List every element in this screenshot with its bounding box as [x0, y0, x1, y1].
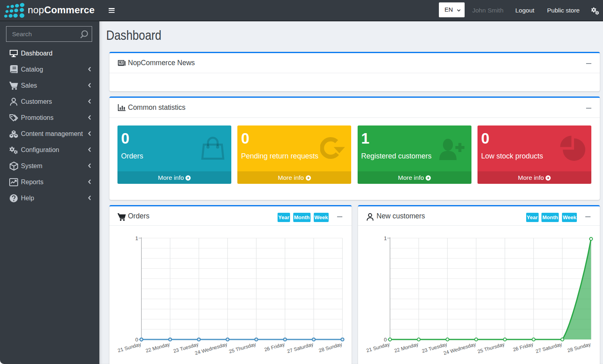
- svg-text:21 Sunday: 21 Sunday: [117, 341, 142, 354]
- svg-text:28 Sunday: 28 Sunday: [318, 341, 343, 354]
- svg-text:24 Wednesday: 24 Wednesday: [194, 341, 228, 356]
- svg-text:0: 0: [135, 337, 138, 343]
- svg-text:27 Saturday: 27 Saturday: [286, 341, 314, 354]
- svg-text:1: 1: [384, 235, 387, 241]
- svg-text:1: 1: [135, 235, 138, 241]
- svg-text:25 Thursday: 25 Thursday: [477, 341, 505, 355]
- svg-text:0: 0: [384, 337, 387, 343]
- svg-text:27 Saturday: 27 Saturday: [535, 341, 563, 354]
- svg-text:26 Friday: 26 Friday: [263, 341, 286, 353]
- svg-text:22 Monday: 22 Monday: [145, 341, 171, 354]
- svg-text:22 Monday: 22 Monday: [393, 341, 419, 354]
- svg-text:21 Sunday: 21 Sunday: [366, 341, 391, 354]
- svg-text:28 Sunday: 28 Sunday: [567, 341, 592, 354]
- svg-text:25 Thursday: 25 Thursday: [228, 341, 257, 355]
- svg-text:26 Friday: 26 Friday: [512, 341, 534, 353]
- svg-text:24 Wednesday: 24 Wednesday: [443, 341, 477, 356]
